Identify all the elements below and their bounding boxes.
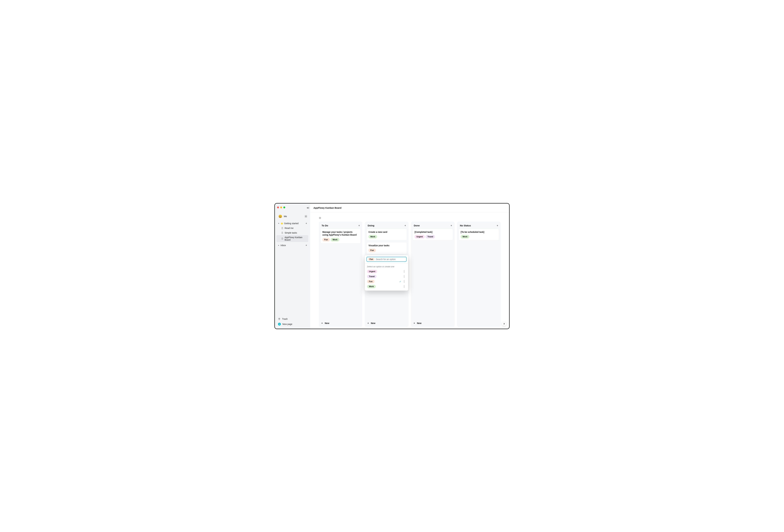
caret-right-icon: ▸ bbox=[278, 244, 280, 246]
card-tag[interactable]: Travel bbox=[425, 235, 435, 238]
card[interactable]: [To be scheduled task] Work bbox=[459, 229, 499, 241]
sidebar-trash[interactable]: Trash bbox=[277, 317, 308, 321]
sidebar-page-read-me[interactable]: Read me bbox=[276, 226, 308, 231]
trash-icon bbox=[278, 318, 281, 320]
tag-search-box[interactable]: Fun bbox=[366, 257, 407, 262]
column-done: Done + [Completed task] Urgent Travel bbox=[411, 222, 454, 327]
new-page-label: New page bbox=[282, 323, 292, 325]
sidebar: 😄 Me ▾ ⭐ Getting started + Read me bbox=[275, 204, 310, 329]
card-title: Create a new card bbox=[368, 231, 405, 234]
card[interactable]: [Completed task] Urgent Travel bbox=[413, 229, 453, 241]
tag-option-list: Urgent ⋮ Travel ⋮ Fun bbox=[365, 269, 408, 291]
column-new-button[interactable]: ＋ New bbox=[319, 320, 362, 327]
page-label: Read me bbox=[285, 227, 293, 229]
document-icon bbox=[281, 232, 283, 234]
svg-point-1 bbox=[320, 217, 320, 218]
add-page-button[interactable]: + bbox=[306, 244, 307, 247]
help-button[interactable]: ? bbox=[502, 322, 506, 326]
card-tag[interactable]: Work bbox=[461, 235, 469, 238]
tag-option[interactable]: Travel ⋮ bbox=[366, 274, 407, 279]
section-label: Getting started bbox=[284, 222, 299, 225]
column-no-status: No Status + [To be scheduled task] Work … bbox=[457, 222, 501, 327]
new-label: New bbox=[371, 322, 375, 324]
column-add-card-button[interactable]: + bbox=[451, 224, 452, 227]
window-controls bbox=[275, 204, 310, 210]
tag-search-input[interactable] bbox=[376, 258, 405, 261]
card-title: [Completed task] bbox=[415, 231, 451, 234]
column-add-card-button[interactable]: + bbox=[497, 224, 498, 227]
card-tag[interactable]: Fun bbox=[368, 248, 376, 252]
settings-icon[interactable] bbox=[305, 215, 307, 218]
card-tag[interactable]: Work bbox=[368, 235, 377, 238]
card[interactable]: Visualize your tasks Fun bbox=[366, 242, 407, 254]
card-title: Visualize your tasks bbox=[368, 244, 405, 247]
tag-option[interactable]: Urgent ⋮ bbox=[366, 269, 407, 274]
card[interactable]: Create a new card Work bbox=[366, 229, 407, 241]
trash-label: Trash bbox=[282, 318, 287, 320]
card-tag[interactable]: Urgent bbox=[415, 235, 425, 238]
plus-icon: ＋ bbox=[413, 322, 415, 325]
plus-circle-icon: + bbox=[278, 323, 281, 326]
page-title: AppFlowy Kanban Board bbox=[313, 206, 341, 209]
page-label: AppFlowy Kanban Board bbox=[285, 236, 307, 241]
sidebar-new-page[interactable]: + New page bbox=[277, 322, 308, 326]
svg-point-2 bbox=[319, 217, 321, 219]
tag-option-more-icon[interactable]: ⋮ bbox=[402, 280, 406, 283]
tag-chip: Work bbox=[367, 285, 376, 288]
titlebar: AppFlowy Kanban Board bbox=[310, 204, 509, 212]
sidebar-section-inbox[interactable]: ▸ Inbox + bbox=[276, 243, 308, 248]
card-title: [To be scheduled task] bbox=[461, 231, 497, 234]
popover-hint: Select an option or create one bbox=[365, 264, 408, 269]
section-label: Inbox bbox=[281, 244, 286, 246]
card[interactable]: Manage your tasks / projects using AppFl… bbox=[320, 229, 361, 244]
column-new-button[interactable]: ＋ New bbox=[411, 320, 454, 327]
user-avatar-emoji: 😄 bbox=[278, 214, 282, 218]
tag-select-popover: Fun Select an option or create one Urgen… bbox=[365, 255, 408, 291]
column-title: Done bbox=[414, 224, 420, 227]
caret-down-icon: ▾ bbox=[278, 223, 280, 224]
document-icon bbox=[281, 227, 283, 229]
card-tag[interactable]: Work bbox=[331, 238, 339, 241]
column-add-card-button[interactable]: + bbox=[359, 224, 360, 227]
app-window: 😄 Me ▾ ⭐ Getting started + Read me bbox=[274, 203, 510, 329]
sidebar-page-simple-tasks[interactable]: Simple tasks bbox=[276, 231, 308, 235]
board-toolbar bbox=[310, 212, 509, 219]
maximize-window-icon[interactable] bbox=[283, 206, 285, 208]
plus-icon: ＋ bbox=[321, 322, 323, 325]
tag-option[interactable]: Fun ✓ ⋮ bbox=[366, 279, 407, 284]
tag-option-more-icon[interactable]: ⋮ bbox=[402, 275, 406, 278]
board-settings-icon[interactable] bbox=[319, 217, 509, 219]
tag-chip: Urgent bbox=[367, 270, 377, 273]
column-add-card-button[interactable]: + bbox=[404, 224, 406, 227]
tag-option[interactable]: Work ⋮ bbox=[366, 284, 407, 289]
main-area: AppFlowy Kanban Board To Do + Manage y bbox=[310, 204, 509, 329]
minimize-window-icon[interactable] bbox=[280, 206, 282, 208]
star-icon: ⭐ bbox=[281, 222, 283, 225]
page-label: Simple tasks bbox=[285, 232, 297, 234]
close-window-icon[interactable] bbox=[277, 206, 279, 208]
card-title: Manage your tasks / projects using AppFl… bbox=[323, 231, 359, 237]
add-page-button[interactable]: + bbox=[306, 222, 307, 225]
kanban-board: To Do + Manage your tasks / projects usi… bbox=[310, 219, 509, 329]
svg-point-0 bbox=[306, 216, 306, 217]
column-title: To Do bbox=[321, 224, 328, 227]
column-title: No Status bbox=[460, 224, 471, 227]
new-label: New bbox=[325, 322, 329, 324]
column-todo: To Do + Manage your tasks / projects usi… bbox=[319, 222, 362, 327]
sidebar-page-kanban[interactable]: AppFlowy Kanban Board bbox=[276, 235, 308, 242]
check-icon: ✓ bbox=[398, 280, 402, 283]
selected-tag-chip[interactable]: Fun bbox=[368, 258, 374, 261]
card-tag[interactable]: Fun bbox=[323, 238, 330, 241]
workspace-user-row[interactable]: 😄 Me bbox=[275, 210, 310, 221]
tag-option-more-icon[interactable]: ⋮ bbox=[402, 270, 406, 273]
column-title: Doing bbox=[368, 224, 374, 227]
sidebar-section-getting-started[interactable]: ▾ ⭐ Getting started + bbox=[276, 221, 308, 226]
document-icon bbox=[281, 237, 283, 240]
column-new-button[interactable]: ＋ New bbox=[365, 320, 409, 327]
collapse-sidebar-button[interactable] bbox=[306, 206, 308, 208]
user-name-label: Me bbox=[284, 215, 287, 217]
new-label: New bbox=[417, 322, 421, 324]
plus-icon: ＋ bbox=[367, 322, 369, 325]
sidebar-nav: ▾ ⭐ Getting started + Read me Simple tas… bbox=[275, 221, 310, 248]
tag-option-more-icon[interactable]: ⋮ bbox=[402, 285, 406, 288]
